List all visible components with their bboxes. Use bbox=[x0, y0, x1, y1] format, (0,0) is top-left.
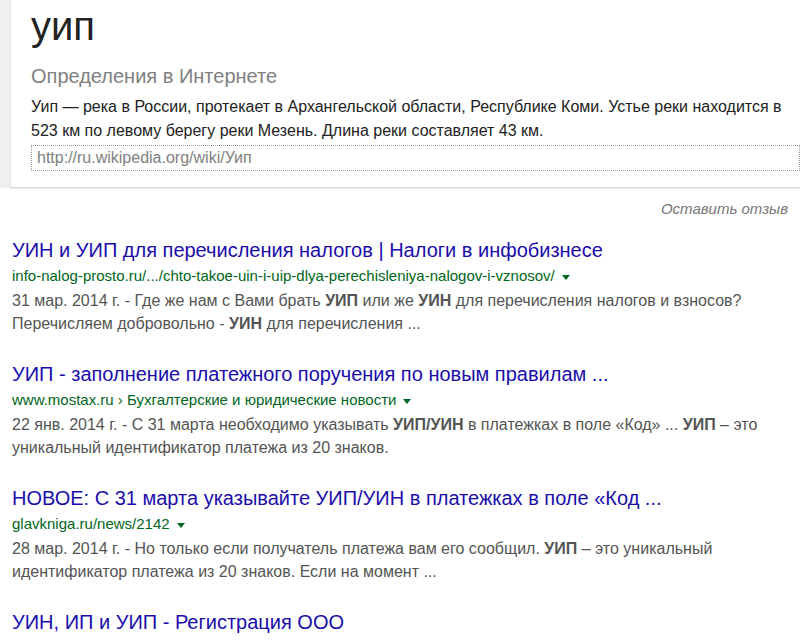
definition-region: уип Определения в Интернете Уип — река в… bbox=[0, 0, 800, 188]
result-snippet: 28 мар. 2014 г. - Но только если получат… bbox=[12, 537, 790, 583]
result-title-link[interactable]: УИП - заполнение платежного поручения по… bbox=[12, 361, 609, 387]
definition-source-link[interactable]: http://ru.wikipedia.org/wiki/Уип bbox=[31, 145, 800, 171]
result-url-text: info-nalog-prosto.ru/.../chto-takoe-uin-… bbox=[12, 267, 555, 284]
definition-text: Уип — река в России, протекает в Арханге… bbox=[31, 95, 796, 143]
search-results: УИН и УИП для перечисления налогов | Нал… bbox=[0, 237, 800, 635]
result-url-text: www.mostax.ru › Бухгалтерские и юридичес… bbox=[12, 391, 396, 408]
search-result: УИП - заполнение платежного поручения по… bbox=[12, 361, 790, 459]
result-snippet: 31 мар. 2014 г. - Где же нам с Вами брат… bbox=[12, 289, 790, 335]
result-title-link[interactable]: УИН, ИП и УИП - Регистрация ООО bbox=[12, 609, 344, 635]
result-title-link[interactable]: НОВОЕ: С 31 марта указывайте УИП/УИН в п… bbox=[12, 485, 662, 511]
dropdown-arrow-icon[interactable] bbox=[403, 399, 411, 404]
result-url-text: glavkniga.ru/news/2142 bbox=[12, 515, 170, 532]
result-url-row: www.mostax.ru › Бухгалтерские и юридичес… bbox=[12, 390, 790, 410]
search-result: УИН, ИП и УИП - Регистрация ООО bbox=[12, 609, 790, 635]
definitions-section-label: Определения в Интернете bbox=[31, 64, 796, 88]
dropdown-arrow-icon[interactable] bbox=[562, 275, 570, 280]
dropdown-arrow-icon[interactable] bbox=[177, 523, 185, 528]
search-result: НОВОЕ: С 31 марта указывайте УИП/УИН в п… bbox=[12, 485, 790, 583]
definition-card: уип Определения в Интернете Уип — река в… bbox=[10, 0, 800, 188]
feedback-row: Оставить отзыв bbox=[0, 188, 800, 218]
search-result: УИН и УИП для перечисления налогов | Нал… bbox=[12, 237, 790, 335]
result-url-row: glavkniga.ru/news/2142 bbox=[12, 514, 790, 534]
result-snippet: 22 янв. 2014 г. - С 31 марта необходимо … bbox=[12, 413, 790, 459]
result-title-link[interactable]: УИН и УИП для перечисления налогов | Нал… bbox=[12, 237, 603, 263]
result-url-row: info-nalog-prosto.ru/.../chto-takoe-uin-… bbox=[12, 266, 790, 286]
feedback-link[interactable]: Оставить отзыв bbox=[661, 200, 788, 217]
search-query-heading: уип bbox=[31, 4, 796, 48]
